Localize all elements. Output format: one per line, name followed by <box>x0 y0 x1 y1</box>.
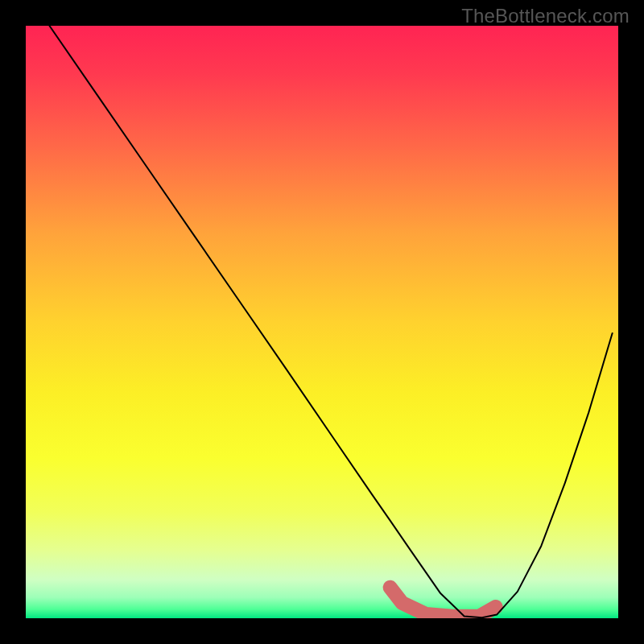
gradient-background <box>26 26 618 618</box>
chart-plot <box>0 0 644 644</box>
watermark-text: TheBottleneck.com <box>461 5 630 27</box>
